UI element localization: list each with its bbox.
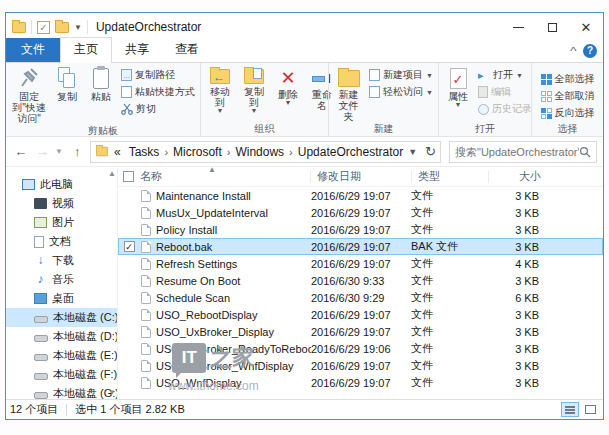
window-title: UpdateOrchestrator — [96, 20, 201, 34]
properties-quick-icon[interactable]: ✓ — [37, 21, 50, 34]
sidebar-item-local-disk-g[interactable]: 本地磁盘 (G:) — [6, 384, 117, 399]
scroll-up-icon[interactable]: ▲ — [108, 169, 116, 178]
back-button[interactable]: ← — [12, 144, 29, 159]
group-label-new: 新建 — [331, 122, 436, 136]
sidebar-item-videos[interactable]: 视频 — [6, 194, 117, 213]
search-input[interactable] — [455, 146, 579, 158]
open-button[interactable]: ▸ 打开 ▼ — [475, 67, 535, 83]
details-view-button[interactable] — [561, 402, 579, 417]
tab-view[interactable]: 查看 — [162, 38, 212, 62]
cut-button[interactable]: 剪切 — [118, 101, 198, 117]
select-none-icon — [541, 91, 552, 102]
copy-icon — [58, 67, 76, 89]
help-icon[interactable]: ? — [583, 44, 597, 58]
paste-icon — [93, 68, 109, 89]
breadcrumb-item-tasks[interactable]: Tasks — [126, 145, 163, 159]
sidebar-item-downloads[interactable]: ↓下载 — [6, 251, 117, 270]
breadcrumb[interactable]: « Tasks › Microsoft › Windows › UpdateOr… — [90, 141, 441, 163]
status-bar: 12 个项目 选中 1 个项目 2.82 KB — [6, 399, 603, 419]
sidebar-item-documents[interactable]: 文档 — [6, 232, 117, 251]
paste-button[interactable]: 粘贴 — [84, 65, 118, 102]
select-all-checkbox[interactable] — [123, 171, 134, 182]
search-box[interactable] — [449, 141, 597, 163]
breadcrumb-item-windows[interactable]: Windows — [232, 145, 287, 159]
maximize-icon — [548, 23, 557, 32]
copy-path-button[interactable]: … 复制路径 — [118, 67, 198, 83]
button-label: 新建项目 — [383, 68, 423, 82]
new-item-button[interactable]: 新建项目 ▼ — [366, 67, 436, 83]
divider — [31, 20, 32, 34]
sidebar-item-label: 图片 — [52, 215, 74, 230]
breadcrumb-item-microsoft[interactable]: Microsoft — [170, 145, 225, 159]
select-all-button[interactable]: 全部选择 — [538, 71, 598, 87]
sidebar-item-music[interactable]: ♪音乐 — [6, 270, 117, 289]
file-icon — [141, 292, 151, 304]
table-row[interactable]: Refresh Settings2016/6/29 19:07文件4 KB — [118, 255, 603, 272]
table-row[interactable]: Schedule Scan2016/6/30 9:29文件6 KB — [118, 289, 603, 306]
copy-to-button[interactable]: 复制到 ▼ — [237, 65, 271, 114]
refresh-icon[interactable]: ↻ — [425, 144, 436, 159]
column-header-type[interactable]: 类型 — [412, 169, 488, 184]
file-list: 名称▲ 修改日期 类型 大小 Maintenance Install2016/6… — [118, 167, 603, 399]
table-row[interactable]: USO_RebootDisplay2016/6/29 19:07文件3 KB — [118, 306, 603, 323]
table-row[interactable]: Maintenance Install2016/6/29 19:07文件3 KB — [118, 187, 603, 204]
sidebar-item-local-disk-e[interactable]: 本地磁盘 (E:) — [6, 346, 117, 365]
tab-file[interactable]: 文件 — [6, 38, 60, 62]
new-folder-button[interactable]: 新建文件夹 — [331, 65, 366, 122]
easy-access-button[interactable]: 轻松访问 ▼ — [366, 84, 436, 100]
search-icon[interactable] — [579, 146, 591, 158]
drive-icon — [34, 316, 48, 323]
collapse-ribbon-icon[interactable]: ^ — [570, 46, 577, 57]
scroll-down-icon[interactable]: ▼ — [108, 388, 116, 397]
table-row[interactable]: Resume On Boot2016/6/30 9:33文件3 KB — [118, 272, 603, 289]
sidebar-item-local-disk-f[interactable]: 本地磁盘 (F:) — [6, 365, 117, 384]
address-dropdown-caret-icon[interactable]: ▼ — [408, 147, 417, 157]
table-row[interactable]: Policy Install2016/6/29 19:07文件3 KB — [118, 221, 603, 238]
select-none-button[interactable]: 全部取消 — [538, 88, 598, 104]
up-button[interactable]: ↑ — [69, 144, 86, 159]
maximize-button[interactable] — [535, 13, 569, 41]
tab-home[interactable]: 主页 — [60, 37, 112, 63]
delete-button[interactable]: ✕ 删除 ▼ — [271, 65, 305, 106]
drive-icon — [34, 335, 48, 342]
sidebar-scrollbar[interactable]: ▲ ▼ — [107, 167, 117, 399]
customize-qat-caret-icon[interactable]: ▼ — [74, 23, 82, 32]
move-to-button[interactable]: ← 移动到 ▼ — [203, 65, 237, 114]
sidebar-item-pictures[interactable]: 图片 — [6, 213, 117, 232]
address-bar: ← → ▼ ↑ « Tasks › Microsoft › Windows › … — [6, 137, 603, 167]
column-header-size[interactable]: 大小 — [489, 169, 547, 184]
sidebar-item-local-disk-c[interactable]: 本地磁盘 (C:) — [6, 308, 117, 327]
column-header-date[interactable]: 修改日期 — [311, 169, 411, 184]
group-label-select: 选择 — [534, 122, 601, 136]
sidebar-item-label: 视频 — [52, 196, 74, 211]
copy-button[interactable]: 复制 — [50, 65, 84, 102]
large-icons-view-button[interactable] — [581, 402, 599, 417]
edit-button: 编辑 — [475, 84, 535, 100]
breadcrumb-overflow-chevron[interactable]: « — [111, 145, 124, 159]
invert-selection-button[interactable]: 反向选择 — [538, 105, 598, 121]
sidebar-item-local-disk-d[interactable]: 本地磁盘 (D:) — [6, 327, 117, 346]
file-icon — [141, 309, 151, 321]
new-item-icon — [369, 69, 380, 81]
move-to-icon: ← — [210, 69, 230, 84]
sidebar-item-desktop[interactable]: 桌面 — [6, 289, 117, 308]
minimize-button[interactable] — [501, 13, 535, 41]
ribbon-group-clipboard: 固定到"快速访问" 复制 粘贴 … 复制路径 — [6, 63, 200, 136]
table-row-selected[interactable]: ✓Reboot.bak2016/6/29 19:07BAK 文件3 KB — [118, 238, 603, 255]
easy-access-icon — [369, 86, 380, 98]
close-button[interactable]: ✕ — [569, 13, 603, 41]
new-folder-quick-icon[interactable] — [55, 22, 69, 33]
tab-share[interactable]: 共享 — [112, 38, 162, 62]
column-header-name[interactable]: 名称▲ — [138, 169, 310, 184]
pin-to-quick-access-button[interactable]: 固定到"快速访问" — [8, 65, 50, 124]
paste-shortcut-button[interactable]: 粘贴快捷方式 — [118, 84, 198, 100]
table-row[interactable]: MusUx_UpdateInterval2016/6/29 19:07文件3 K… — [118, 204, 603, 221]
copy-path-icon: … — [121, 69, 132, 81]
sidebar-item-this-pc[interactable]: 此电脑 — [6, 175, 117, 194]
breadcrumb-item-updateorchestrator[interactable]: UpdateOrchestrator — [295, 145, 406, 159]
properties-button[interactable]: ✓ 属性 ▼ — [441, 65, 475, 108]
file-icon — [141, 343, 151, 355]
row-checkbox[interactable]: ✓ — [124, 241, 135, 252]
recent-locations-caret-icon[interactable]: ▼ — [55, 147, 65, 156]
table-row[interactable]: USO_UxBroker_Display2016/6/29 19:07文件3 K… — [118, 323, 603, 340]
